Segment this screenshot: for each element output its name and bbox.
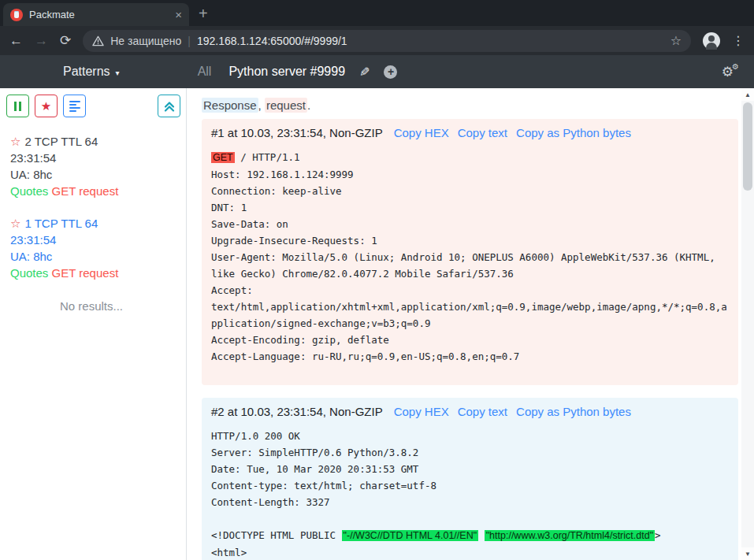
edit-pattern-icon[interactable]: ✎ (359, 65, 370, 80)
copy-hex-link[interactable]: Copy HEX (394, 126, 449, 139)
filter-button[interactable] (63, 95, 86, 117)
bookmark-star-icon[interactable]: ☆ (670, 33, 682, 48)
collapse-sidebar-button[interactable] (158, 95, 180, 117)
legend-response: Response (202, 98, 258, 113)
copy-python-bytes-link[interactable]: Copy as Python bytes (516, 126, 631, 139)
pause-icon (14, 102, 21, 111)
caret-down-icon: ▾ (116, 69, 120, 77)
settings-gears-icon[interactable]: ⚙ (722, 64, 734, 80)
add-pattern-icon[interactable]: + (384, 65, 397, 79)
chevrons-up-icon (164, 101, 175, 112)
packet-payload: GET / HTTP/1.1Host: 192.168.1.124:9999Co… (211, 149, 729, 365)
stream-tags: Quotes GET request (10, 265, 186, 281)
tab-active-pattern[interactable]: Python server #9999 (228, 65, 345, 79)
align-left-icon (69, 101, 80, 112)
packet-payload: HTTP/1.0 200 OKServer: SimpleHTTP/0.6 Py… (211, 428, 729, 560)
legend-period: . (307, 98, 310, 112)
stream-tags: Quotes GET request (10, 183, 186, 199)
star-outline-icon[interactable]: ☆ (10, 217, 20, 230)
copy-python-bytes-link[interactable]: Copy as Python bytes (516, 405, 631, 418)
patterns-label: Patterns (63, 65, 110, 79)
content-area: ★ ☆2 TCP TTL 64 23:31:54 UA: 8hc Quotes … (0, 88, 754, 560)
forward-icon[interactable]: → (35, 34, 48, 47)
stream-title-row: ☆1 TCP TTL 64 (10, 215, 186, 232)
stream-list-item-selected[interactable]: ☆1 TCP TTL 64 23:31:54 UA: 8hc Quotes GE… (6, 215, 186, 281)
scroll-up-icon[interactable]: ▲ (741, 88, 754, 101)
packet-header: #1 at 10.03, 23:31:54, Non-GZIP Copy HEX… (211, 126, 729, 139)
packet-header: #2 at 10.03, 23:31:54, Non-GZIP Copy HEX… (211, 405, 729, 418)
profile-avatar[interactable] (703, 32, 720, 50)
stream-detail-panel: Response, request. #1 at 10.03, 23:31:54… (187, 88, 741, 560)
tab-title: Packmate (29, 9, 169, 20)
stream-list-item[interactable]: ☆2 TCP TTL 64 23:31:54 UA: 8hc Quotes GE… (6, 133, 186, 199)
scroll-down-icon[interactable]: ▼ (741, 547, 754, 560)
reload-icon[interactable]: ⟳ (60, 34, 71, 47)
tab-all[interactable]: All (198, 65, 212, 79)
stream-user-agent: UA: 8hc (10, 166, 186, 183)
packet-block-response: #2 at 10.03, 23:31:54, Non-GZIP Copy HEX… (202, 398, 738, 560)
sidebar-toolbar: ★ (6, 95, 186, 117)
no-results-text: No results... (6, 299, 186, 313)
pattern-tag-quotes: Quotes (10, 184, 48, 198)
patterns-dropdown[interactable]: Patterns ▾ (63, 65, 120, 79)
pattern-tag-quotes: Quotes (10, 266, 48, 280)
url-separator: | (188, 35, 191, 47)
pattern-tag-get-request: GET request (52, 266, 119, 280)
sidebar: ★ ☆2 TCP TTL 64 23:31:54 UA: 8hc Quotes … (0, 88, 187, 560)
stream-time: 23:31:54 (10, 150, 186, 166)
url-bar[interactable]: Не защищено | 192.168.1.124:65000/#/9999… (83, 30, 691, 52)
packet-block-request: #1 at 10.03, 23:31:54, Non-GZIP Copy HEX… (202, 119, 738, 385)
back-icon[interactable]: ← (9, 34, 23, 47)
star-outline-icon[interactable]: ☆ (10, 135, 20, 148)
main-scrollbar[interactable]: ▲ ▼ (741, 88, 754, 560)
security-label: Не защищено (110, 35, 181, 47)
copy-text-link[interactable]: Copy text (458, 126, 507, 139)
packmate-favicon-icon (10, 9, 23, 21)
new-tab-button[interactable]: + (199, 6, 208, 21)
url-text[interactable]: 192.168.1.124:65000/#/9999/1 (197, 35, 664, 47)
stream-title-row: ☆2 TCP TTL 64 (10, 133, 186, 150)
browser-menu-icon[interactable]: ⋮ (732, 33, 745, 48)
stream-time: 23:31:54 (10, 232, 186, 248)
copy-text-link[interactable]: Copy text (458, 405, 507, 418)
legend-request: request (265, 98, 307, 113)
not-secure-warning-icon (92, 35, 104, 46)
browser-tab-strip: Packmate × + (0, 0, 754, 26)
legend-separator: , (258, 98, 265, 112)
browser-tab[interactable]: Packmate × (3, 3, 189, 26)
tab-close-icon[interactable]: × (175, 9, 182, 20)
stream-title: 1 TCP TTL 64 (24, 217, 98, 230)
scrollbar-thumb[interactable] (743, 102, 752, 191)
stream-user-agent: UA: 8hc (10, 248, 186, 265)
pause-button[interactable] (6, 95, 29, 117)
packet-legend: Response, request. (202, 98, 738, 112)
packet-title: #2 at 10.03, 23:31:54, Non-GZIP (211, 405, 383, 418)
star-filled-icon: ★ (41, 99, 51, 113)
app-navbar: Patterns ▾ All Python server #9999 ✎ + ⚙ (0, 55, 754, 88)
stream-title: 2 TCP TTL 64 (24, 135, 98, 148)
packet-title: #1 at 10.03, 23:31:54, Non-GZIP (211, 126, 383, 139)
browser-toolbar: ← → ⟳ Не защищено | 192.168.1.124:65000/… (0, 26, 754, 55)
pattern-tag-get-request: GET request (52, 184, 119, 198)
favorites-filter-button[interactable]: ★ (35, 95, 58, 117)
copy-hex-link[interactable]: Copy HEX (394, 405, 449, 418)
